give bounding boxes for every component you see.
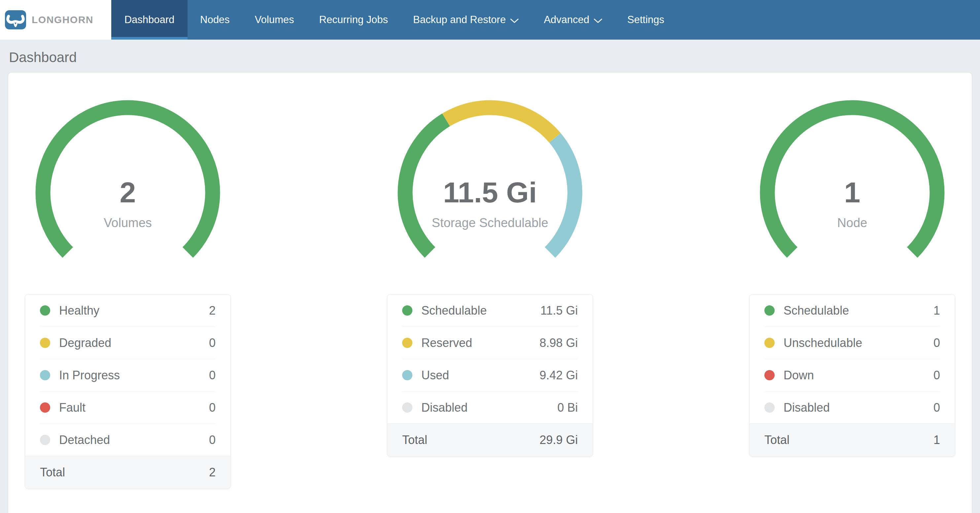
legend-row: Schedulable1 — [764, 294, 940, 327]
total-label: Total — [40, 465, 209, 479]
legend-row: Schedulable11.5 Gi — [402, 294, 578, 327]
legend-table: Schedulable11.5 GiReserved8.98 GiUsed9.4… — [387, 294, 593, 457]
legend-value: 0 — [209, 368, 216, 382]
legend-label: Detached — [59, 433, 209, 447]
legend-total-row: Total2 — [25, 456, 231, 489]
status-dot — [40, 370, 50, 380]
legend-label: Degraded — [59, 336, 209, 350]
status-dot — [40, 435, 50, 445]
dashboard-card: 2VolumesHealthy2Degraded0In Progress0Fau… — [8, 73, 972, 513]
status-dot — [402, 370, 412, 380]
legend-value: 0 — [934, 401, 940, 415]
legend-label: Schedulable — [784, 304, 934, 318]
status-dot — [764, 402, 775, 413]
nav-menu: DashboardNodesVolumesRecurring JobsBacku… — [111, 0, 980, 40]
legend-label: Used — [421, 368, 539, 382]
legend-label: In Progress — [59, 368, 209, 382]
nav-item-label: Dashboard — [124, 14, 175, 26]
total-value: 2 — [209, 465, 216, 479]
legend-total-row: Total29.9 Gi — [387, 424, 593, 456]
chart-column: 11.5 GiStorage SchedulableSchedulable11.… — [387, 96, 593, 489]
legend-table: Schedulable1Unschedulable0Down0Disabled0… — [749, 294, 955, 457]
gauge-chart: 2Volumes — [35, 96, 220, 265]
legend-row: Detached0 — [40, 424, 216, 456]
legend-row: Healthy2 — [40, 294, 216, 327]
gauge-chart: 11.5 GiStorage Schedulable — [398, 96, 582, 265]
status-dot — [402, 402, 412, 413]
legend-label: Reserved — [421, 336, 539, 350]
nav-item-backup-and-restore[interactable]: Backup and Restore — [401, 0, 531, 40]
legend-value: 0 — [209, 336, 216, 350]
legend-table: Healthy2Degraded0In Progress0Fault0Detac… — [25, 294, 231, 489]
legend-label: Healthy — [59, 304, 209, 318]
top-navbar: LONGHORN DashboardNodesVolumesRecurring … — [0, 0, 980, 40]
nav-item-label: Settings — [627, 14, 664, 26]
longhorn-logo-icon — [5, 10, 26, 29]
legend-rows: Healthy2Degraded0In Progress0Fault0Detac… — [25, 294, 231, 456]
nav-item-label: Backup and Restore — [413, 14, 506, 26]
total-label: Total — [402, 433, 539, 447]
nav-item-label: Nodes — [200, 14, 230, 26]
status-dot — [402, 305, 412, 316]
legend-row: Down0 — [764, 359, 940, 392]
charts-row: 2VolumesHealthy2Degraded0In Progress0Fau… — [25, 96, 955, 489]
gauge-arc-segment — [550, 138, 575, 253]
status-dot — [40, 402, 50, 413]
legend-value: 0 — [209, 433, 216, 447]
logo-text: LONGHORN — [32, 14, 94, 25]
chevron-down-icon — [594, 18, 602, 24]
status-dot — [402, 338, 412, 348]
legend-value: 0 Bi — [557, 401, 578, 415]
legend-label: Schedulable — [421, 304, 541, 318]
total-value: 1 — [934, 433, 940, 447]
legend-row: Disabled0 — [764, 392, 940, 424]
legend-label: Fault — [59, 401, 209, 415]
total-label: Total — [764, 433, 934, 447]
legend-row: Reserved8.98 Gi — [402, 327, 578, 359]
legend-row: Fault0 — [40, 392, 216, 424]
legend-rows: Schedulable1Unschedulable0Down0Disabled0 — [749, 294, 955, 424]
nav-item-label: Advanced — [544, 14, 589, 26]
legend-value: 1 — [934, 304, 940, 318]
status-dot — [40, 305, 50, 316]
legend-value: 11.5 Gi — [541, 304, 578, 318]
gauge-arc — [760, 96, 945, 265]
chart-column: 1NodeSchedulable1Unschedulable0Down0Disa… — [749, 96, 955, 489]
longhorn-logo[interactable]: LONGHORN — [0, 0, 111, 40]
legend-label: Down — [784, 368, 934, 382]
legend-value: 9.42 Gi — [539, 368, 578, 382]
status-dot — [40, 338, 50, 348]
legend-label: Disabled — [784, 401, 934, 415]
legend-rows: Schedulable11.5 GiReserved8.98 GiUsed9.4… — [387, 294, 593, 424]
gauge-arc-segment — [767, 108, 937, 253]
nav-item-label: Volumes — [255, 14, 294, 26]
nav-item-settings[interactable]: Settings — [615, 0, 677, 40]
page-title: Dashboard — [0, 40, 980, 65]
legend-value: 2 — [209, 304, 216, 318]
gauge-arc-segment — [43, 108, 213, 253]
legend-value: 0 — [209, 401, 216, 415]
nav-item-advanced[interactable]: Advanced — [531, 0, 615, 40]
nav-item-volumes[interactable]: Volumes — [242, 0, 307, 40]
nav-item-label: Recurring Jobs — [319, 14, 388, 26]
nav-item-nodes[interactable]: Nodes — [188, 0, 242, 40]
gauge-arc — [35, 96, 220, 265]
nav-item-dashboard[interactable]: Dashboard — [111, 0, 188, 40]
legend-row: In Progress0 — [40, 359, 216, 392]
legend-row: Used9.42 Gi — [402, 359, 578, 392]
gauge-arc-segment — [446, 108, 555, 138]
legend-value: 8.98 Gi — [539, 336, 578, 350]
nav-item-recurring-jobs[interactable]: Recurring Jobs — [307, 0, 401, 40]
legend-value: 0 — [934, 368, 940, 382]
chart-column: 2VolumesHealthy2Degraded0In Progress0Fau… — [25, 96, 231, 489]
gauge-arc — [398, 96, 582, 265]
legend-total-row: Total1 — [749, 424, 955, 456]
legend-row: Disabled0 Bi — [402, 392, 578, 424]
legend-label: Disabled — [421, 401, 557, 415]
total-value: 29.9 Gi — [539, 433, 578, 447]
chevron-down-icon — [510, 18, 519, 24]
status-dot — [764, 338, 775, 348]
legend-row: Degraded0 — [40, 327, 216, 359]
legend-value: 0 — [934, 336, 940, 350]
status-dot — [764, 370, 775, 380]
